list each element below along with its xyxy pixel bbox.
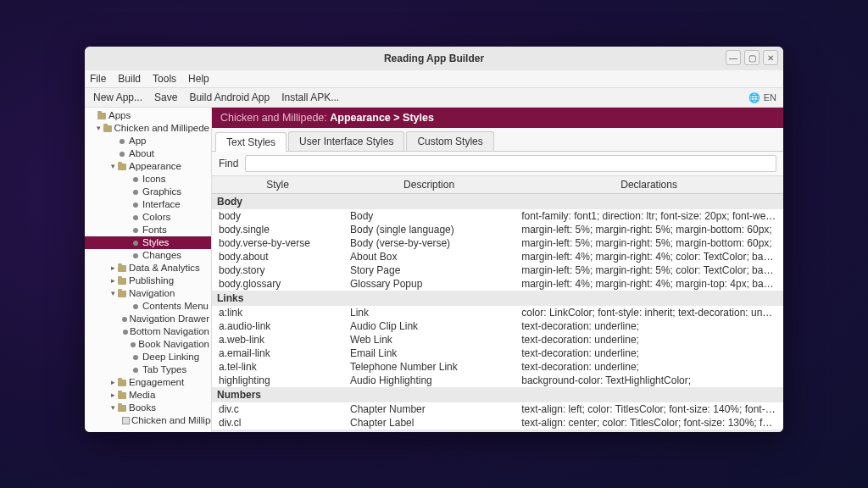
tab[interactable]: User Interface Styles (288, 131, 404, 151)
language-selector[interactable]: 🌐 EN (748, 92, 776, 103)
cell-style: div.cl (212, 416, 343, 430)
tree-item-label: Navigation (129, 287, 175, 300)
menu-file[interactable]: File (90, 73, 106, 85)
tree-item-label: Chicken and Millipede (131, 414, 211, 427)
minimize-button[interactable]: — (726, 50, 741, 65)
col-style[interactable]: Style (212, 176, 343, 194)
tree-item[interactable]: About (85, 147, 211, 160)
tree-item[interactable]: Fonts (85, 224, 211, 236)
expand-icon[interactable]: ▸ (108, 274, 117, 287)
tree-item[interactable]: ▾Navigation (85, 287, 211, 300)
tree-item[interactable]: Tab Types (85, 363, 211, 376)
tree-item-label: Bottom Navigation (130, 325, 209, 338)
menu-tools[interactable]: Tools (153, 73, 176, 85)
new-app-button[interactable]: New App... (88, 90, 147, 105)
save-button[interactable]: Save (149, 90, 182, 105)
expand-icon[interactable]: ▾ (108, 402, 117, 414)
tab[interactable]: Text Styles (215, 132, 287, 152)
expand-icon[interactable]: ▾ (95, 122, 103, 135)
toolbar: New App... Save Build Android App Instal… (85, 87, 783, 108)
cell-style: body.single (212, 223, 343, 236)
bullet-icon (131, 253, 141, 258)
cell-decl: text-decoration: underline; (515, 347, 783, 360)
cell-decl: margin-left: 5%; margin-right: 5%; color… (515, 263, 783, 277)
cell-desc: About Box (343, 250, 515, 263)
expand-icon[interactable]: ▾ (108, 160, 117, 173)
tree-item[interactable]: Interface (85, 198, 211, 211)
col-declarations[interactable]: Declarations (515, 176, 783, 194)
cell-decl: margin-left: 5%; margin-right: 5%; margi… (515, 236, 783, 250)
cell-style: body (212, 209, 343, 223)
expand-icon[interactable]: ▸ (108, 376, 117, 389)
table-row[interactable]: body.glossaryGlossary Popupmargin-left: … (212, 277, 783, 291)
cell-desc: Telephone Number Link (343, 360, 515, 374)
cell-desc: Body (verse-by-verse) (343, 236, 515, 250)
cell-style: highlighting (212, 374, 343, 387)
tree-item[interactable]: Contents Menu (85, 300, 211, 313)
table-row[interactable]: a.audio-linkAudio Clip Linktext-decorati… (212, 319, 783, 333)
table-row[interactable]: highlightingAudio Highlightingbackground… (212, 374, 783, 387)
folder-icon (117, 291, 127, 297)
tree-item[interactable]: Navigation Drawer (85, 313, 211, 325)
table-row[interactable]: bodyBodyfont-family: font1; direction: l… (212, 209, 783, 223)
table-row[interactable]: a.email-linkEmail Linktext-decoration: u… (212, 347, 783, 360)
tree-item[interactable]: Colors (85, 211, 211, 224)
tree-item-label: Books (129, 402, 156, 414)
tree-item-label: Navigation Drawer (129, 313, 209, 325)
tree-item[interactable]: Book Navigation (85, 338, 211, 351)
tree-item-label: Fonts (142, 224, 167, 236)
tree-item[interactable]: ▸Data & Analytics (85, 262, 211, 274)
find-input[interactable] (245, 155, 776, 172)
tree-item[interactable]: ▸Engagement (85, 376, 211, 389)
menu-build[interactable]: Build (118, 73, 141, 85)
tree-item[interactable]: Changes (85, 249, 211, 262)
tree-item-label: Deep Linking (142, 351, 199, 363)
main-panel: Chicken and Millipede: Appearance > Styl… (212, 108, 783, 432)
sidebar: Apps▾Chicken and MillipedeAppAbout▾Appea… (85, 108, 212, 432)
table-row[interactable]: body.verse-by-verseBody (verse-by-verse)… (212, 236, 783, 250)
table-row[interactable]: a.web-linkWeb Linktext-decoration: under… (212, 333, 783, 347)
table-row[interactable]: div.clChapter Labeltext-align: center; c… (212, 416, 783, 430)
tree-item[interactable]: ▸Publishing (85, 274, 211, 287)
maximize-button[interactable]: ▢ (744, 50, 760, 65)
table-row[interactable]: a:linkLinkcolor: LinkColor; font-style: … (212, 306, 783, 319)
expand-icon[interactable]: ▸ (108, 262, 117, 274)
bullet-icon (131, 304, 141, 309)
table-row[interactable]: body.storyStory Pagemargin-left: 5%; mar… (212, 263, 783, 277)
tree-item[interactable]: ▸Media (85, 389, 211, 402)
table-row[interactable]: body.singleBody (single language)margin-… (212, 223, 783, 236)
menu-help[interactable]: Help (188, 73, 209, 85)
tree-item[interactable]: Bottom Navigation (85, 325, 211, 338)
tree-item-label: Publishing (129, 274, 174, 287)
close-button[interactable]: ✕ (763, 50, 778, 65)
tab[interactable]: Custom Styles (406, 131, 493, 151)
group-row: Body (212, 194, 783, 210)
table-row[interactable]: a.tel-linkTelephone Number Linktext-deco… (212, 360, 783, 374)
tree-item[interactable]: Styles (85, 236, 211, 249)
tree-item[interactable]: Icons (85, 173, 211, 186)
tree-item[interactable]: ▾Appearance (85, 160, 211, 173)
tree-item[interactable]: App (85, 135, 211, 147)
expand-icon[interactable]: ▾ (108, 287, 117, 300)
cell-desc: Web Link (343, 333, 515, 347)
build-android-button[interactable]: Build Android App (184, 90, 275, 105)
cell-decl: text-align: center; color: TitlesColor; … (515, 416, 783, 430)
tree-item-label: Tab Types (142, 363, 186, 376)
bullet-icon (122, 317, 127, 322)
cell-desc: Story Page (343, 263, 515, 277)
tree-item[interactable]: Apps (85, 109, 211, 122)
col-description[interactable]: Description (343, 176, 515, 194)
group-label: Headings (212, 430, 783, 432)
cell-decl: background-color: TextHighlightColor; (515, 374, 783, 387)
tree-item[interactable]: Graphics (85, 186, 211, 198)
tree-item[interactable]: Chicken and Millipede (85, 414, 211, 427)
cell-decl: color: LinkColor; font-style: inherit; t… (515, 306, 783, 319)
tree-item[interactable]: ▾Chicken and Millipede (85, 122, 211, 135)
table-row[interactable]: body.aboutAbout Boxmargin-left: 4%; marg… (212, 250, 783, 263)
expand-icon[interactable]: ▸ (108, 389, 117, 402)
install-apk-button[interactable]: Install APK... (276, 90, 344, 105)
table-row[interactable]: div.cChapter Numbertext-align: left; col… (212, 402, 783, 416)
find-label: Find (219, 158, 238, 169)
tree-item[interactable]: ▾Books (85, 402, 211, 414)
tree-item[interactable]: Deep Linking (85, 351, 211, 363)
